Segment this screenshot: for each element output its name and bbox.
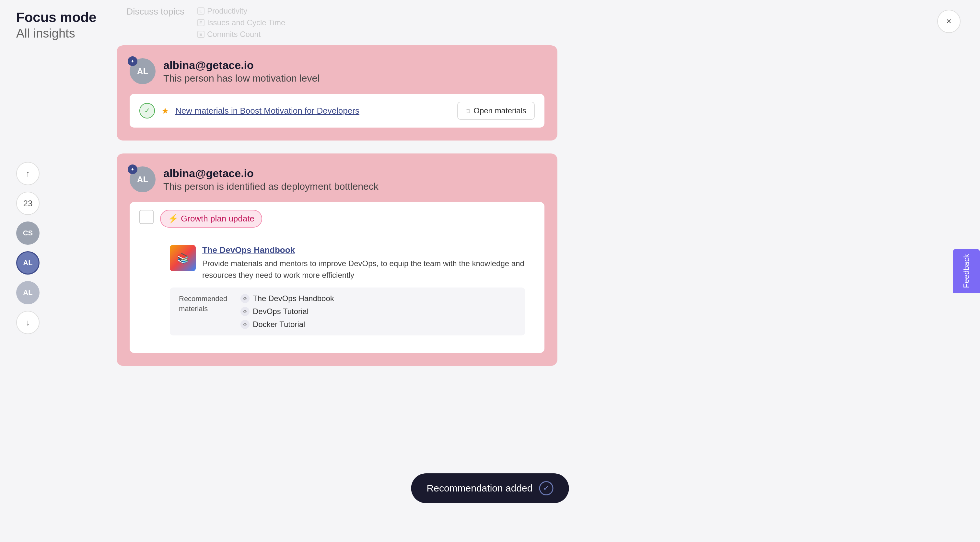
card2-content: ⚡ Growth plan update 📚 The DevOps Handbo… (160, 210, 535, 345)
insight-card-1: ✦ AL albina@getace.io This person has lo… (117, 45, 557, 141)
card1-description: This person has low motivation level (163, 73, 320, 84)
nav-item-productivity[interactable]: ⊞ Productivity (197, 6, 285, 16)
toast-check-icon: ✓ (539, 481, 553, 495)
card1-avatar-wrapper: ✦ AL (130, 58, 156, 84)
nav-icon-productivity: ⊞ (197, 8, 205, 14)
sidebar: ↑ 23 CS AL AL ↓ (16, 162, 40, 334)
main-content: ✦ AL albina@getace.io This person has lo… (117, 45, 557, 379)
nav-icon-issues: ⊞ (197, 19, 205, 26)
devops-content-box: 📚 The DevOps Handbook Provide materials … (160, 235, 535, 345)
nav-submenu: ⊞ Productivity ⊞ Issues and Cycle Time ⊞… (197, 6, 285, 39)
card1-check-icon[interactable]: ✓ (139, 103, 155, 119)
nav-icon-commits: ⊞ (197, 31, 205, 38)
insight-card-2: ✦ AL albina@getace.io This person is ide… (117, 154, 557, 366)
scroll-up-button[interactable]: ↑ (16, 162, 40, 185)
devops-info: The DevOps Handbook Provide materials an… (202, 245, 525, 281)
rec-item-2: ⊘ DevOps Tutorial (240, 307, 334, 316)
nav-item-commits[interactable]: ⊞ Commits Count (197, 30, 285, 39)
feedback-tab-wrapper: Feedback (953, 249, 980, 293)
rec-item-label-2: DevOps Tutorial (253, 307, 309, 316)
down-arrow-icon: ↓ (26, 318, 30, 328)
card2-avatar-wrapper: ✦ AL (130, 166, 156, 192)
card2-email: albina@getace.io (163, 167, 379, 180)
rec-item-icon-3: ⊘ (240, 320, 250, 329)
discuss-topics-link[interactable]: Discuss topics (126, 6, 185, 39)
rec-item-3: ⊘ Docker Tutorial (240, 320, 334, 329)
growth-badge-label: Growth plan update (181, 214, 255, 224)
avatar-al-active[interactable]: AL (16, 251, 40, 274)
card2-header: ✦ AL albina@getace.io This person is ide… (130, 166, 544, 192)
card2-action-area: ⚡ Growth plan update 📚 The DevOps Handbo… (130, 202, 544, 353)
card1-header: ✦ AL albina@getace.io This person has lo… (130, 58, 544, 84)
star-icon: ★ (161, 106, 169, 116)
rec-item-label-1: The DevOps Handbook (253, 294, 334, 303)
up-arrow-icon: ↑ (26, 169, 30, 179)
rec-item-icon-1: ⊘ (240, 294, 250, 303)
growth-plan-badge: ⚡ Growth plan update (160, 210, 262, 228)
lightning-icon: ⚡ (168, 214, 178, 224)
recommended-materials: Recommendedmaterials ⊘ The DevOps Handbo… (170, 287, 525, 336)
avatar-al-secondary[interactable]: AL (16, 281, 40, 304)
external-link-icon: ⧉ (466, 107, 470, 115)
close-icon: × (946, 16, 951, 27)
nav-item-issues[interactable]: ⊞ Issues and Cycle Time (197, 18, 285, 27)
avatar-cs[interactable]: CS (16, 222, 40, 245)
card1-action-row: ✓ ★ New materials in Boost Motivation fo… (130, 94, 544, 128)
rec-materials-list: ⊘ The DevOps Handbook ⊘ DevOps Tutorial … (240, 294, 334, 329)
card1-action-link[interactable]: New materials in Boost Motivation for De… (175, 106, 451, 116)
devops-title[interactable]: The DevOps Handbook (202, 245, 525, 255)
feedback-tab[interactable]: Feedback (953, 249, 980, 293)
devops-header: 📚 The DevOps Handbook Provide materials … (170, 245, 525, 281)
scroll-down-button[interactable]: ↓ (16, 311, 40, 334)
open-materials-button[interactable]: ⧉ Open materials (457, 101, 535, 120)
focus-mode-subtitle: All insights (16, 27, 96, 40)
rec-materials-label: Recommendedmaterials (179, 294, 231, 329)
rec-item-label-3: Docker Tutorial (253, 320, 305, 329)
close-button[interactable]: × (937, 10, 961, 33)
devops-description: Provide materials and mentors to improve… (202, 258, 525, 281)
card2-description: This person is identified as deployment … (163, 181, 379, 192)
open-materials-label: Open materials (474, 106, 526, 115)
focus-mode-header: Focus mode All insights (16, 10, 96, 40)
toast-message: Recommendation added (427, 483, 533, 494)
card2-checkbox[interactable] (139, 210, 154, 224)
card2-avatar-badge: ✦ (128, 165, 137, 174)
top-nav: Discuss topics ⊞ Productivity ⊞ Issues a… (126, 6, 285, 39)
card1-text-header: albina@getace.io This person has low mot… (163, 59, 320, 84)
rec-item-1: ⊘ The DevOps Handbook (240, 294, 334, 303)
sidebar-count: 23 (16, 192, 40, 215)
rec-item-icon-2: ⊘ (240, 307, 250, 316)
focus-mode-title: Focus mode (16, 10, 96, 25)
card2-text-header: albina@getace.io This person is identifi… (163, 167, 379, 192)
card1-avatar-badge: ✦ (128, 56, 137, 66)
toast-notification: Recommendation added ✓ (411, 473, 569, 503)
book-thumbnail: 📚 (170, 245, 196, 271)
card1-email: albina@getace.io (163, 59, 320, 71)
